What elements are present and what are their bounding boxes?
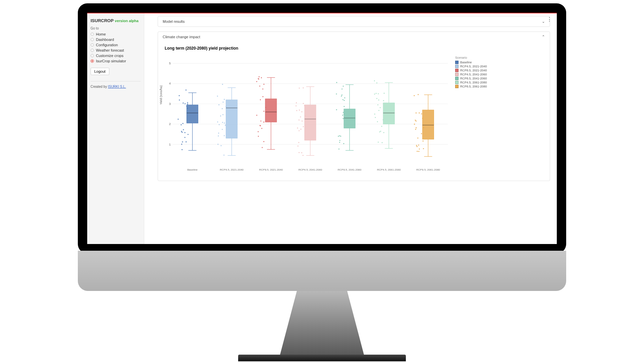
svg-point-57 — [224, 135, 225, 136]
panel-model-results-title: Model results — [163, 19, 184, 23]
svg-point-79 — [262, 88, 263, 89]
sidebar-item-home[interactable]: Home — [91, 32, 141, 37]
svg-point-143 — [343, 85, 344, 86]
svg-text:RCP4.5, 2061-2080: RCP4.5, 2061-2080 — [377, 168, 401, 171]
svg-point-169 — [377, 104, 378, 105]
svg-point-115 — [299, 110, 300, 111]
svg-point-197 — [415, 129, 416, 130]
svg-point-170 — [375, 117, 376, 118]
brand-version: version alpha — [115, 19, 139, 23]
svg-point-73 — [263, 122, 264, 123]
credit: Created by ISURKI S.L. — [91, 85, 141, 88]
sidebar-item-label: Dashboard — [96, 38, 114, 42]
svg-point-131 — [342, 115, 343, 116]
legend-swatch — [455, 85, 459, 88]
divider — [91, 81, 141, 81]
svg-point-74 — [262, 96, 263, 97]
svg-point-116 — [299, 152, 300, 153]
svg-point-137 — [342, 118, 343, 119]
svg-point-53 — [222, 122, 223, 123]
chevron-up-icon: ⌃ — [542, 35, 545, 39]
svg-point-25 — [179, 100, 180, 101]
legend-label: RCP4.5, 2061-2080 — [460, 81, 487, 84]
box-plot: Yield (tons/ha) 12345BaselineRCP4.5, 202… — [163, 54, 451, 175]
credit-link[interactable]: ISURKI S.L. — [108, 85, 126, 88]
svg-point-21 — [182, 141, 183, 142]
svg-point-60 — [222, 108, 223, 109]
legend-swatch — [455, 77, 459, 80]
svg-point-138 — [343, 106, 344, 107]
svg-point-41 — [219, 124, 220, 125]
legend-title: Scenario — [455, 56, 487, 59]
legend-row: RCP4.5, 2041-2060 — [455, 73, 487, 76]
logout-button[interactable]: Logout — [91, 68, 109, 75]
svg-rect-152 — [344, 109, 355, 128]
svg-point-45 — [222, 84, 223, 85]
kebab-menu-icon[interactable]: ⋮ — [547, 17, 552, 22]
svg-point-155 — [381, 126, 382, 127]
sidebar-item-isurcrop-simulator[interactable]: IsurCrop simulator — [91, 58, 141, 64]
svg-point-40 — [218, 104, 219, 105]
svg-point-39 — [221, 145, 222, 146]
svg-point-71 — [260, 120, 261, 121]
svg-point-46 — [224, 122, 225, 123]
legend-label: RCP8.5, 2061-2080 — [460, 85, 487, 88]
panel-climate-impact-header[interactable]: Climate change impact ⌃ — [158, 32, 550, 42]
svg-point-17 — [181, 149, 182, 150]
svg-point-156 — [374, 114, 375, 115]
svg-point-159 — [378, 100, 379, 101]
svg-point-20 — [187, 102, 188, 103]
chevron-down-icon: ⌄ — [542, 19, 545, 24]
svg-point-30 — [184, 132, 185, 133]
svg-text:1: 1 — [169, 143, 171, 146]
radio-icon — [91, 54, 94, 57]
svg-point-76 — [263, 84, 264, 85]
sidebar-item-dashboard[interactable]: Dashboard — [91, 37, 141, 42]
legend-swatch — [455, 65, 459, 68]
svg-point-157 — [378, 110, 379, 111]
legend-row: RCP4.5, 2021-2040 — [455, 65, 487, 68]
svg-point-15 — [184, 137, 185, 138]
svg-point-102 — [303, 87, 304, 88]
svg-point-105 — [301, 152, 302, 153]
monitor-mockup: ISURCROP version alpha Go to HomeDashboa… — [78, 3, 566, 361]
svg-point-202 — [417, 146, 418, 147]
svg-point-31 — [185, 141, 186, 142]
svg-point-58 — [217, 96, 218, 97]
svg-point-167 — [376, 93, 377, 94]
svg-point-136 — [341, 88, 342, 89]
panel-climate-impact: Climate change impact ⌃ Long term (2020-… — [158, 32, 550, 181]
svg-point-106 — [303, 103, 304, 104]
legend-row: RCP8.5, 2021-2040 — [455, 69, 487, 72]
legend-swatch — [455, 69, 459, 72]
radio-icon — [91, 49, 94, 52]
svg-point-109 — [302, 121, 303, 122]
svg-point-103 — [303, 126, 304, 127]
svg-text:3: 3 — [169, 102, 171, 106]
sidebar-item-customize-crops[interactable]: Customize crops — [91, 53, 141, 58]
svg-point-100 — [298, 142, 299, 143]
svg-point-54 — [220, 115, 221, 116]
svg-point-173 — [374, 80, 375, 81]
svg-point-16 — [181, 132, 182, 133]
svg-point-18 — [178, 119, 179, 120]
svg-point-24 — [181, 124, 182, 125]
svg-text:RCP8.5, 2041-2060: RCP8.5, 2041-2060 — [338, 168, 362, 171]
svg-point-133 — [341, 96, 342, 97]
sidebar-item-weather-forecast[interactable]: Weather forecast — [91, 48, 141, 53]
legend-label: RCP4.5, 2041-2060 — [460, 73, 487, 76]
sidebar-item-configuration[interactable]: Configuration — [91, 42, 141, 48]
svg-text:RCP4.5, 2041-2060: RCP4.5, 2041-2060 — [299, 168, 322, 171]
svg-point-163 — [377, 121, 378, 122]
panel-model-results-header[interactable]: Model results ⌄ — [158, 16, 550, 26]
svg-point-176 — [376, 98, 377, 99]
app-screen: ISURCROP version alpha Go to HomeDashboa… — [87, 13, 557, 244]
svg-point-147 — [340, 136, 341, 137]
svg-text:Baseline: Baseline — [187, 168, 198, 171]
svg-point-49 — [218, 132, 219, 133]
svg-point-70 — [259, 76, 260, 77]
svg-point-42 — [222, 114, 223, 115]
legend-row: Baseline — [455, 61, 487, 64]
svg-point-194 — [414, 95, 415, 96]
svg-point-130 — [339, 142, 340, 143]
